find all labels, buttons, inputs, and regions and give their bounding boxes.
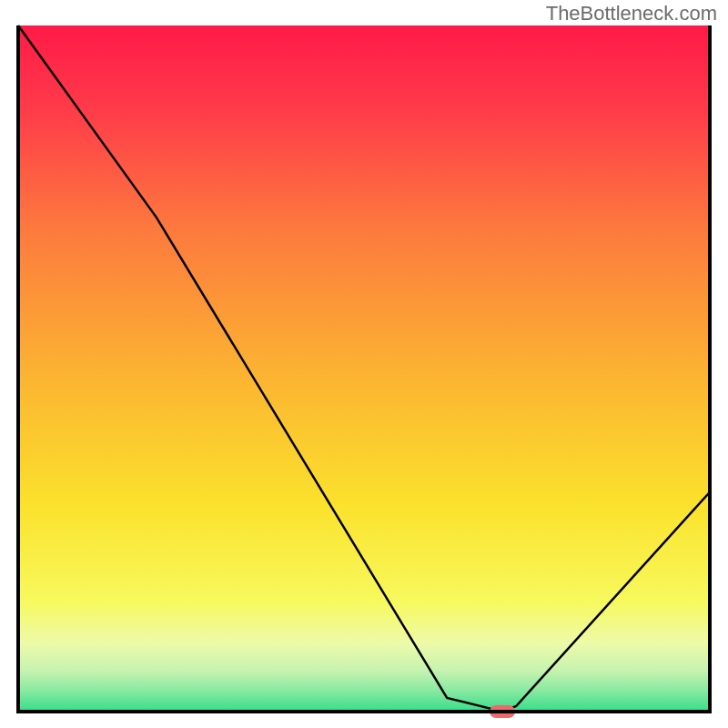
bottleneck-chart	[0, 0, 728, 728]
watermark-text: TheBottleneck.com	[546, 2, 717, 25]
plot-background	[18, 25, 710, 712]
chart-container: TheBottleneck.com	[0, 0, 728, 728]
